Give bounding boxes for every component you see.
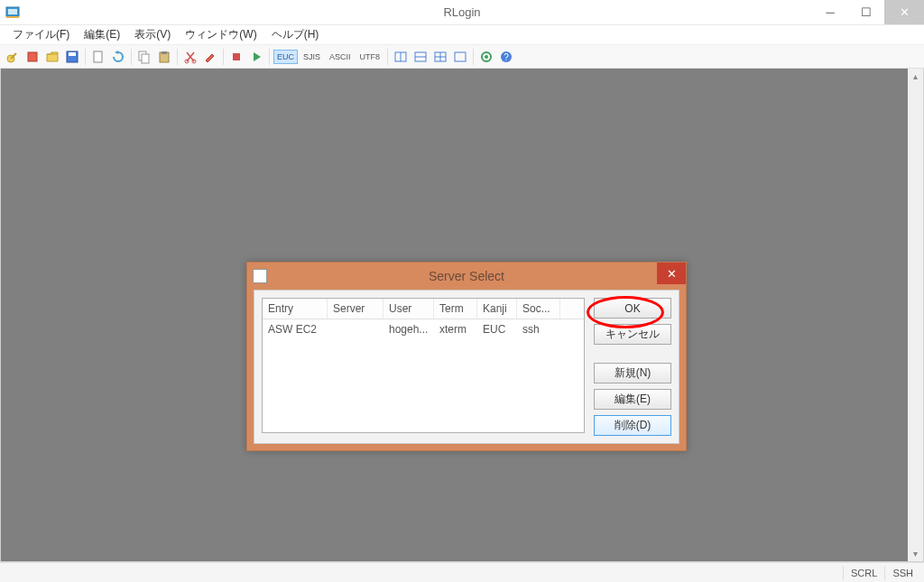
toolbar-enc-sjis[interactable]: SJIS [300,50,324,64]
server-list[interactable]: Entry Server User Term Kanji Soc... ASW … [262,298,585,433]
svg-point-24 [485,55,488,59]
toolbar-doc-icon[interactable] [89,48,107,66]
col-header-kanji[interactable]: Kanji [477,299,517,319]
svg-rect-22 [455,52,466,61]
toolbar-help-icon[interactable]: ? [497,48,515,66]
server-select-dialog: Server Select ✕ Entry Server User Term K… [246,262,687,451]
dialog-icon [253,269,267,283]
svg-text:?: ? [504,52,509,62]
toolbar-separator [131,49,132,65]
ok-button[interactable]: OK [594,298,671,319]
toolbar-separator [387,49,388,65]
status-ssh: SSH [884,566,920,580]
dialog-title: Server Select [429,269,504,283]
statusbar: SCRL SSH [0,562,924,582]
svg-rect-11 [162,51,167,54]
toolbar-split-grid-icon[interactable] [431,48,449,66]
maximize-button[interactable]: ☐ [848,0,884,24]
svg-rect-14 [233,53,240,60]
toolbar-separator [85,49,86,65]
menu-window[interactable]: ウィンドウ(W) [178,25,263,44]
toolbar-record-icon[interactable] [227,48,245,66]
toolbar-separator [473,49,474,65]
menubar: ファイル(F) 編集(E) 表示(V) ウィンドウ(W) ヘルプ(H) [0,25,924,45]
toolbar-connect-icon[interactable] [4,48,22,66]
toolbar-refresh-icon[interactable] [109,48,127,66]
svg-rect-2 [6,16,19,18]
toolbar-enc-utf8[interactable]: UTF8 [356,50,384,64]
dialog-close-button[interactable]: ✕ [657,263,686,284]
titlebar: RLogin ─ ☐ ✕ [0,0,924,25]
list-header: Entry Server User Term Kanji Soc... [263,299,584,319]
svg-rect-4 [28,52,37,61]
toolbar-settings-icon[interactable] [477,48,495,66]
toolbar-separator [177,49,178,65]
cell-entry: ASW EC2 [263,319,328,339]
cell-term: xterm [434,319,477,339]
edit-button[interactable]: 編集(E) [594,389,671,410]
toolbar-copy-icon[interactable] [135,48,153,66]
svg-rect-9 [142,54,149,63]
toolbar-split-h-icon[interactable] [392,48,410,66]
delete-button[interactable]: 削除(D) [594,415,671,436]
menu-view[interactable]: 表示(V) [127,25,178,44]
svg-rect-7 [94,51,102,62]
terminal-area: ▴ ▾ Server Select ✕ Entry Server User Te… [0,69,924,562]
cell-soc: ssh [517,319,560,339]
menu-help[interactable]: ヘルプ(H) [264,25,327,44]
toolbar-disconnect-icon[interactable] [23,48,42,66]
list-row[interactable]: ASW EC2 hogeh... xterm EUC ssh [263,319,584,339]
cell-kanji: EUC [477,319,517,339]
toolbar-paste-icon[interactable] [155,48,173,66]
col-header-user[interactable]: User [383,299,434,319]
window-title: RLogin [443,5,480,19]
toolbar-save-icon[interactable] [63,48,81,66]
toolbar-enc-euc[interactable]: EUC [273,50,298,64]
toolbar-single-icon[interactable] [451,48,469,66]
menu-edit[interactable]: 編集(E) [77,25,127,44]
toolbar-split-v-icon[interactable] [411,48,430,66]
dialog-button-column: OK キャンセル 新規(N) 編集(E) 削除(D) [594,298,671,436]
scroll-down-icon[interactable]: ▾ [908,546,923,561]
dialog-titlebar[interactable]: Server Select ✕ [247,263,686,290]
toolbar-play-icon[interactable] [247,48,265,66]
toolbar-color-icon[interactable] [201,48,219,66]
col-header-server[interactable]: Server [328,299,383,319]
toolbar-open-icon[interactable] [43,48,61,66]
col-header-term[interactable]: Term [434,299,477,319]
toolbar-separator [269,49,270,65]
status-scrl: SCRL [843,566,884,580]
toolbar-cut-icon[interactable] [181,48,199,66]
cell-user: hogeh... [383,319,434,339]
new-button[interactable]: 新規(N) [594,363,671,383]
svg-rect-1 [8,9,17,14]
cell-server [328,319,383,339]
toolbar: EUC SJIS ASCII UTF8 ? [0,45,924,69]
vertical-scrollbar[interactable]: ▴ ▾ [908,69,923,561]
scroll-up-icon[interactable]: ▴ [908,69,923,84]
col-header-entry[interactable]: Entry [263,299,328,319]
close-button[interactable]: ✕ [884,0,924,24]
minimize-button[interactable]: ─ [812,0,848,24]
app-icon [5,5,20,20]
col-header-soc[interactable]: Soc... [517,299,560,319]
menu-file[interactable]: ファイル(F) [5,25,77,44]
toolbar-separator [223,49,224,65]
svg-rect-6 [69,52,76,56]
toolbar-enc-ascii[interactable]: ASCII [326,50,355,64]
cancel-button[interactable]: キャンセル [594,324,671,345]
